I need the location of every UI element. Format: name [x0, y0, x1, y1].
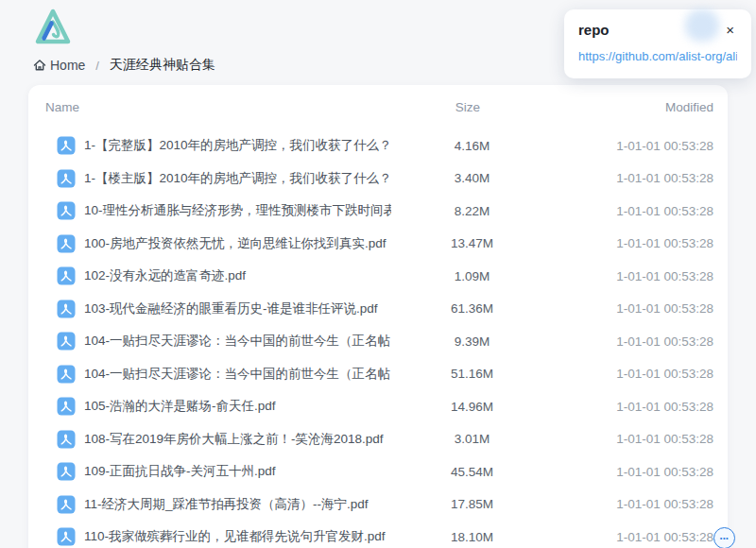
file-modified: 1-01-01 00:53:28 [553, 530, 713, 544]
file-rows: 1-【完整版】2010年的房地产调控，我们收获了什么？写... 4.16M 1-… [28, 129, 728, 548]
file-name: 104-一贴扫尽天涯谬论：当今中国的前世今生（正名帖）-... [84, 333, 391, 350]
pdf-file-icon [57, 332, 76, 351]
pdf-file-icon [57, 266, 76, 285]
file-size: 51.16M [391, 367, 553, 381]
pdf-file-icon [57, 397, 76, 416]
popup-header: repo × [578, 21, 737, 39]
pdf-file-icon [57, 430, 76, 449]
pdf-file-icon [57, 136, 76, 155]
file-modified: 1-01-01 00:53:28 [553, 465, 713, 479]
file-modified: 1-01-01 00:53:28 [553, 171, 713, 185]
file-size: 45.54M [391, 465, 553, 479]
file-row[interactable]: 110-我家做殡葬行业的，见谁都得先说句升官发财.pdf 18.10M 1-01… [28, 521, 728, 548]
pdf-file-icon [57, 527, 76, 546]
file-name: 104-一贴扫尽天涯谬论：当今中国的前世今生（正名帖）-... [84, 366, 391, 383]
file-size: 3.40M [391, 171, 553, 185]
file-row[interactable]: 11-经济大周期_踩准节拍再投资（高清）--海宁.pdf 17.85M 1-01… [28, 488, 728, 522]
pdf-file-icon [57, 201, 76, 220]
file-size: 1.09M [391, 269, 553, 283]
file-name: 11-经济大周期_踩准节拍再投资（高清）--海宁.pdf [84, 496, 391, 513]
table-header: Name Size Modified [28, 85, 728, 129]
pdf-file-icon [57, 300, 76, 318]
close-icon[interactable]: × [723, 21, 737, 39]
file-size: 3.01M [391, 432, 553, 446]
file-size: 13.47M [391, 236, 553, 250]
pdf-file-icon [57, 234, 76, 253]
file-size: 14.96M [391, 400, 553, 414]
breadcrumb-home[interactable]: Home [32, 58, 85, 73]
file-row[interactable]: 100-房地产投资依然无忧，逆向思维让你找到真实.pdf 13.47M 1-01… [28, 228, 728, 261]
file-size: 18.10M [391, 530, 553, 544]
breadcrumb-current: 天涯经典神贴合集 [110, 57, 215, 74]
pdf-file-icon [57, 169, 76, 188]
file-row[interactable]: 105-浩瀚的大洋是赌场-俞天任.pdf 14.96M 1-01-01 00:5… [28, 390, 728, 423]
file-row[interactable]: 10-理性分析通胀与经济形势，理性预测楼市下跌时间表-... 8.22M 1-0… [28, 195, 728, 228]
file-name: 1-【楼主版】2010年的房地产调控，我们收获了什么？写... [84, 170, 391, 187]
alist-logo[interactable] [31, 7, 75, 48]
repo-popup: repo × https://github.com/alist-org/alis… [564, 9, 751, 78]
file-name: 105-浩瀚的大洋是赌场-俞天任.pdf [84, 398, 391, 415]
file-name: 100-房地产投资依然无忧，逆向思维让你找到真实.pdf [84, 235, 391, 252]
file-modified: 1-01-01 00:53:28 [553, 301, 713, 316]
file-modified: 1-01-01 00:53:28 [553, 236, 713, 250]
file-name: 108-写在2019年房价大幅上涨之前！-笑沧海2018.pdf [84, 431, 391, 448]
file-modified: 1-01-01 00:53:28 [553, 139, 713, 153]
file-size: 4.16M [391, 139, 553, 153]
file-size: 61.36M [391, 301, 553, 316]
file-modified: 1-01-01 00:53:28 [553, 400, 713, 414]
column-header-size[interactable]: Size [383, 100, 553, 114]
file-size: 17.85M [391, 497, 553, 511]
file-modified: 1-01-01 00:53:28 [553, 334, 713, 349]
file-size: 8.22M [391, 204, 553, 218]
file-row[interactable]: 108-写在2019年房价大幅上涨之前！-笑沧海2018.pdf 3.01M 1… [28, 423, 728, 456]
file-name: 110-我家做殡葬行业的，见谁都得先说句升官发财.pdf [84, 528, 391, 545]
pdf-file-icon [57, 365, 76, 384]
file-list-card: Name Size Modified 1-【完整版】2010年的房地产调控，我们… [28, 85, 728, 548]
file-row[interactable]: 1-【楼主版】2010年的房地产调控，我们收获了什么？写... 3.40M 1-… [28, 163, 728, 196]
more-actions-fab[interactable]: ••• [713, 527, 735, 548]
file-modified: 1-01-01 00:53:28 [553, 497, 713, 511]
popup-title: repo [578, 22, 610, 38]
file-row[interactable]: 104-一贴扫尽天涯谬论：当今中国的前世今生（正名帖）-... 9.39M 1-… [28, 325, 728, 358]
home-icon [32, 58, 47, 73]
repo-link[interactable]: https://github.com/alist-org/alist [578, 49, 737, 63]
breadcrumb-separator: / [95, 59, 99, 73]
file-row[interactable]: 103-现代金融经济的眼重看历史-谁是谁非任评说.pdf 61.36M 1-01… [28, 293, 728, 326]
ellipsis-icon: ••• [720, 534, 729, 542]
column-header-modified[interactable]: Modified [553, 100, 713, 114]
file-modified: 1-01-01 00:53:28 [553, 432, 713, 446]
file-name: 109-正面抗日战争-关河五十州.pdf [84, 463, 391, 480]
file-modified: 1-01-01 00:53:28 [553, 204, 713, 218]
column-header-name[interactable]: Name [45, 100, 383, 114]
pdf-file-icon [57, 495, 76, 514]
file-size: 9.39M [391, 334, 553, 349]
file-modified: 1-01-01 00:53:28 [553, 367, 713, 381]
file-row[interactable]: 102-没有永远的造富奇迹.pdf 1.09M 1-01-01 00:53:28 [28, 260, 728, 293]
file-row[interactable]: 1-【完整版】2010年的房地产调控，我们收获了什么？写... 4.16M 1-… [28, 129, 728, 163]
breadcrumb-home-label: Home [50, 58, 85, 73]
file-name: 102-没有永远的造富奇迹.pdf [84, 267, 391, 284]
file-name: 10-理性分析通胀与经济形势，理性预测楼市下跌时间表-... [84, 202, 391, 219]
file-modified: 1-01-01 00:53:28 [553, 269, 713, 283]
file-row[interactable]: 104-一贴扫尽天涯谬论：当今中国的前世今生（正名帖）-... 51.16M 1… [28, 358, 728, 391]
pdf-file-icon [57, 462, 76, 481]
breadcrumb: Home / 天涯经典神贴合集 [32, 55, 215, 76]
alist-logo-icon [31, 7, 75, 48]
file-name: 103-现代金融经济的眼重看历史-谁是谁非任评说.pdf [84, 300, 391, 317]
file-row[interactable]: 109-正面抗日战争-关河五十州.pdf 45.54M 1-01-01 00:5… [28, 455, 728, 488]
file-name: 1-【完整版】2010年的房地产调控，我们收获了什么？写... [84, 137, 391, 154]
